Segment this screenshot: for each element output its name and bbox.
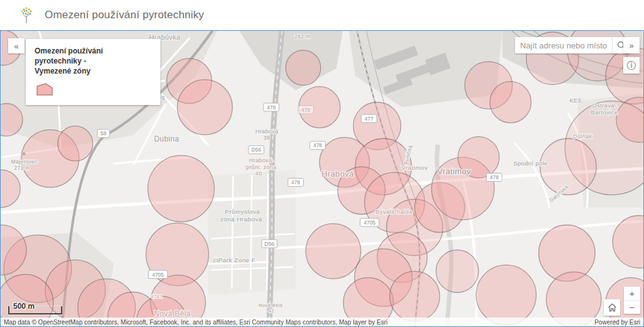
map-place-label: 271 m <box>14 165 30 171</box>
svg-text:4705: 4705 <box>364 219 375 226</box>
road-shield: 478 <box>288 179 304 187</box>
road-shield: 478 <box>486 174 502 182</box>
road-shield: 478 <box>264 103 279 111</box>
svg-text:D56: D56 <box>265 241 275 247</box>
map-place-label: 39 <box>264 135 270 141</box>
svg-text:477: 477 <box>365 116 374 122</box>
road-shield: 478 <box>298 106 314 114</box>
pyrotechnics-zone[interactable] <box>490 82 531 123</box>
pyrotechnics-zone[interactable] <box>390 271 440 321</box>
scalebar: 500 m <box>8 306 62 314</box>
svg-text:478: 478 <box>301 107 310 113</box>
page-title: Omezení používání pyrotechniky <box>45 9 204 21</box>
map-place-label: Hrabová - <box>249 157 276 164</box>
map-place-label: Vratimov <box>437 167 471 176</box>
pyrotechnics-zone[interactable] <box>306 224 361 279</box>
map-place-label: Bývalá halda <box>375 208 413 215</box>
search-input[interactable] <box>515 37 612 53</box>
road-shield: 58 <box>97 130 109 138</box>
map-place-label: Hrabová <box>255 128 279 135</box>
attribution-bar: Map data © OpenStreetMap contributors, M… <box>1 318 643 326</box>
road-shield: 477 <box>361 114 377 123</box>
search-group <box>515 37 630 53</box>
road-shield: 478 <box>310 141 326 150</box>
legend-title-line2: Vymezené zóny <box>35 66 152 76</box>
map-place-label: Nová Bělá <box>154 309 191 318</box>
legend-title: Omezení používání pyrotechniky - Vymezen… <box>35 46 152 77</box>
svg-text:478: 478 <box>490 174 499 180</box>
map-container[interactable]: HrabůvkaBělský LesDubinaHrabová39Hrabová… <box>0 30 644 327</box>
map-place-label: zóna Hrabová <box>220 216 262 223</box>
road-shield: 4705 <box>360 218 379 226</box>
svg-text:478: 478 <box>267 104 275 111</box>
powered-by-esri: Powered by Esri <box>594 319 640 326</box>
pyrotechnics-zone[interactable] <box>286 50 321 86</box>
legend-title-line1: Omezení používání pyrotechniky - <box>35 46 152 66</box>
pyrotechnics-zone[interactable] <box>177 80 233 135</box>
attribution-text: Map data © OpenStreetMap contributors, M… <box>4 319 387 326</box>
app-header: Omezení používání pyrotechniky <box>0 0 644 30</box>
svg-text:478: 478 <box>291 179 300 186</box>
svg-text:4705: 4705 <box>152 272 164 278</box>
pyrotechnics-zone[interactable] <box>58 126 93 161</box>
info-button[interactable]: ⓘ <box>623 57 640 74</box>
map-place-label: Ostrava- <box>592 102 616 109</box>
map-place-label: Důlňák <box>573 133 592 140</box>
map-place-label: Vratimov <box>401 164 428 171</box>
legend-panel: Omezení používání pyrotechniky - Vymezen… <box>26 39 160 105</box>
map-place-label: Průmyslová <box>225 208 260 215</box>
map-place-label: prům. zóna <box>246 164 277 170</box>
pyrotechnics-zone[interactable] <box>148 155 214 222</box>
scalebar-label: 500 m <box>13 302 35 311</box>
map-place-label: KES <box>570 97 582 104</box>
zone-swatch-icon <box>36 82 53 96</box>
map-place-label: Bartovice <box>591 109 618 116</box>
legend-collapse-button[interactable]: « <box>8 38 25 53</box>
map-place-label: Spodní pole <box>513 160 548 167</box>
map-place-label: 42 <box>269 308 274 314</box>
svg-text:58: 58 <box>101 130 107 136</box>
zoom-controls: + − <box>624 287 640 314</box>
map-place-label: 4781 <box>150 294 162 299</box>
map-place-label: ctPark Zone F <box>213 257 256 263</box>
zoom-in-button[interactable]: + <box>624 287 640 300</box>
map-place-label: 262 m <box>294 33 311 40</box>
expand-panel-button[interactable]: » <box>623 37 640 53</box>
road-shield: D56 <box>262 240 277 248</box>
app-logo-icon <box>19 6 34 24</box>
map-place-label: Majerovec <box>11 158 38 165</box>
home-button[interactable] <box>604 299 620 316</box>
map-place-label: Hrabová <box>321 169 354 179</box>
pyrotechnics-zone[interactable] <box>476 265 536 325</box>
map-place-label: Dubina <box>154 135 179 143</box>
map-place-label: 40 <box>255 170 262 177</box>
pyrotechnics-zone[interactable] <box>540 138 597 195</box>
zoom-out-button[interactable]: − <box>624 301 640 314</box>
map-place-label: Nová Bělá <box>258 302 282 308</box>
svg-text:D56: D56 <box>252 147 262 153</box>
road-shield: 4705 <box>148 270 167 279</box>
home-icon <box>608 303 617 312</box>
svg-text:478: 478 <box>313 142 322 148</box>
pyrotechnics-zone[interactable] <box>436 250 479 293</box>
road-shield: D56 <box>248 146 264 154</box>
